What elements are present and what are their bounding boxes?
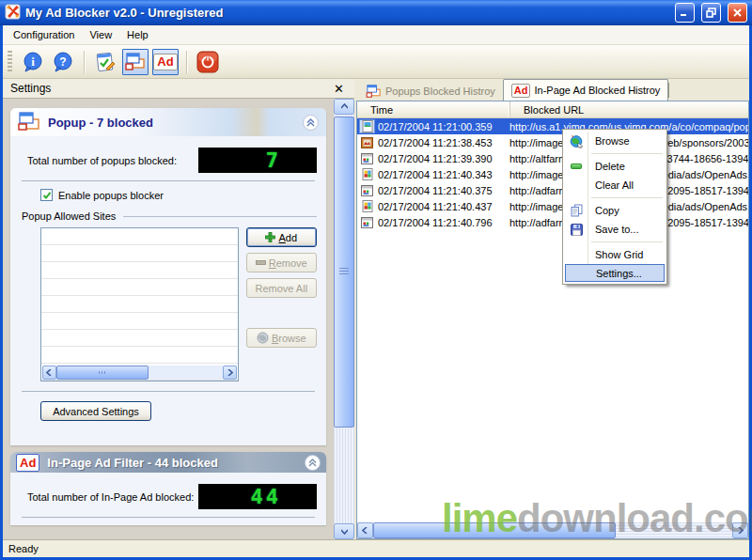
table-row[interactable]: 02/17/2004 11:21:39.390http://altfarm.me…	[357, 150, 748, 166]
table-row[interactable]: 02/17/2004 11:21:40.375http://adfarm.med…	[357, 182, 748, 198]
save-floppy-icon	[569, 222, 584, 237]
add-button[interactable]: Add	[246, 227, 317, 247]
scrollbar-track[interactable]	[334, 115, 354, 523]
menu-configuration[interactable]: Configuration	[6, 26, 82, 43]
image-file-icon	[360, 168, 374, 180]
scroll-right-icon[interactable]	[223, 366, 237, 380]
settings-panel: Settings ✕ Popup - 7 blocked	[3, 79, 354, 539]
menu-item-settings[interactable]: Settings...	[565, 264, 665, 282]
collapse-chevron-icon[interactable]	[303, 115, 319, 131]
table-row[interactable]: 02/17/2004 11:21:40.343http://images.ibs…	[357, 166, 748, 182]
popup-blocker-toggle[interactable]	[122, 49, 149, 75]
scrollbar-track[interactable]	[616, 522, 732, 538]
edit-settings-button[interactable]	[92, 49, 118, 75]
column-header-time[interactable]: Time	[357, 101, 509, 117]
popup-windows-icon	[18, 112, 40, 132]
inpage-blocked-label: Total number of In-Page Ad blocked:	[20, 491, 198, 503]
menu-item-save-to[interactable]: Save to...	[565, 220, 665, 239]
toolbar-grip-handle[interactable]	[8, 51, 12, 73]
image-file-icon	[360, 200, 374, 212]
ad-blocker-toggle[interactable]: Ad	[152, 49, 179, 75]
settings-vscrollbar[interactable]	[334, 99, 354, 539]
settings-close-icon[interactable]: ✕	[331, 83, 347, 95]
inpage-section: Ad In-Page Ad Filter - 44 blocked Total …	[10, 452, 326, 525]
list-header: Time Blocked URL	[357, 101, 748, 118]
scrollbar-thumb[interactable]	[373, 522, 616, 538]
remove-all-button: Remove All	[246, 278, 317, 298]
browse-globe-icon	[569, 133, 584, 148]
scrollbar-thumb[interactable]	[334, 117, 354, 428]
toolbar: i ? Ad	[3, 45, 749, 79]
app-icon	[5, 4, 21, 22]
table-row[interactable]: 02/17/2004 11:21:40.437http://images.ibs…	[357, 198, 748, 214]
popup-section-title: Popup - 7 blocked	[48, 116, 295, 130]
minimize-button[interactable]	[675, 3, 695, 23]
advanced-settings-button[interactable]: Advanced Settings	[40, 401, 151, 421]
scroll-right-icon[interactable]	[732, 522, 748, 538]
table-row[interactable]: 02/17/2004 11:21:40.796http://adfarm.med…	[357, 214, 748, 230]
popup-windows-icon	[366, 85, 382, 98]
allowed-sites-listbox[interactable]	[40, 227, 239, 381]
info-button[interactable]: i	[20, 49, 46, 75]
history-panel: Popups Blocked Histroy Ad In-Page Ad Blo…	[356, 79, 749, 539]
ad-icon: Ad	[16, 454, 39, 472]
context-menu: Browse Delete Clear All Copy Save to...	[562, 129, 667, 285]
settings-panel-title: Settings	[10, 82, 331, 95]
tab-popups-history[interactable]: Popups Blocked Histroy	[358, 81, 503, 101]
applet-window-icon	[360, 184, 374, 196]
menu-view[interactable]: View	[82, 26, 119, 43]
globe-icon	[257, 332, 269, 344]
divider	[123, 216, 317, 217]
scroll-left-icon[interactable]	[42, 366, 56, 380]
scrollbar-thumb[interactable]	[56, 366, 149, 380]
popups-blocked-label: Total number of popups blocked:	[20, 155, 198, 166]
column-header-blocked-url[interactable]: Blocked URL	[509, 101, 748, 117]
popup-section-header: Popup - 7 blocked	[10, 108, 326, 136]
menu-separator	[591, 241, 663, 242]
applet-window-icon	[360, 152, 374, 164]
menu-item-delete[interactable]: Delete	[565, 157, 665, 176]
remove-button: Remove	[246, 253, 317, 272]
menu-item-show-grid[interactable]: Show Grid	[565, 245, 665, 264]
history-list: Time Blocked URL 02/17/2004 11:21:00.359…	[356, 101, 749, 539]
power-button[interactable]	[195, 49, 221, 75]
history-hscrollbar[interactable]	[357, 522, 748, 538]
divider	[22, 180, 315, 181]
plus-icon	[265, 232, 275, 242]
enable-popups-checkbox[interactable]	[40, 189, 53, 201]
window-title: My Ad Blocker v2.0 - Unregistered	[25, 6, 668, 20]
table-row[interactable]: 02/17/2004 11:21:38.453http://images.sta…	[357, 134, 748, 150]
delete-minus-icon	[569, 159, 584, 174]
collapse-chevron-icon[interactable]	[305, 455, 321, 471]
svg-text:i: i	[31, 54, 35, 69]
svg-text:?: ?	[59, 54, 66, 68]
copy-icon	[569, 203, 584, 218]
applet-window-icon	[360, 216, 374, 228]
scroll-down-icon[interactable]	[334, 523, 354, 539]
help-button[interactable]: ?	[50, 49, 76, 75]
menu-item-browse[interactable]: Browse	[565, 132, 665, 150]
popup-section: Popup - 7 blocked Total number of popups…	[10, 108, 326, 445]
toolbar-separator	[84, 51, 85, 73]
scroll-left-icon[interactable]	[357, 522, 373, 538]
menu-item-copy[interactable]: Copy	[565, 201, 665, 220]
title-bar: My Ad Blocker v2.0 - Unregistered	[0, 0, 752, 25]
table-row[interactable]: 02/17/2004 11:21:00.359http://us.a1.yimg…	[357, 118, 748, 134]
tab-inpage-history[interactable]: Ad In-Page Ad Blocked Histroy	[503, 79, 669, 101]
menu-bar: Configuration View Help	[3, 25, 749, 45]
listbox-hscrollbar[interactable]	[42, 366, 237, 380]
minus-icon	[256, 260, 266, 265]
ad-icon: Ad	[153, 54, 177, 70]
inpage-section-header: Ad In-Page Ad Filter - 44 blocked	[10, 452, 326, 473]
picture-frame-icon	[360, 136, 374, 148]
scrollbar-track[interactable]	[149, 366, 223, 380]
close-button[interactable]	[728, 3, 747, 23]
menu-help[interactable]: Help	[119, 26, 156, 43]
scroll-up-icon[interactable]	[334, 99, 354, 115]
restore-button[interactable]	[701, 3, 721, 23]
menu-separator	[591, 153, 663, 154]
enable-popups-label: Enable popups blocker	[58, 190, 164, 201]
tab-strip: Popups Blocked Histroy Ad In-Page Ad Blo…	[356, 79, 749, 101]
image-file-icon	[360, 120, 374, 132]
menu-item-clear-all[interactable]: Clear All	[565, 176, 665, 194]
